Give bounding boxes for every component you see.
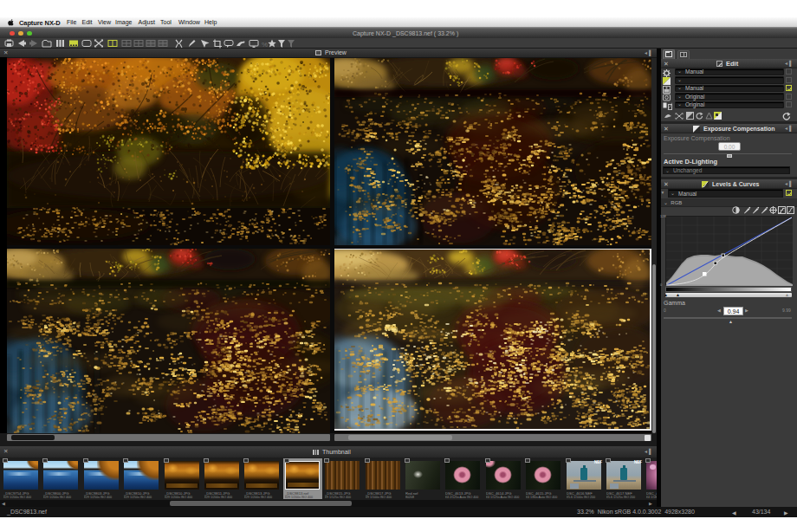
svg-text:%: % — [262, 41, 268, 49]
